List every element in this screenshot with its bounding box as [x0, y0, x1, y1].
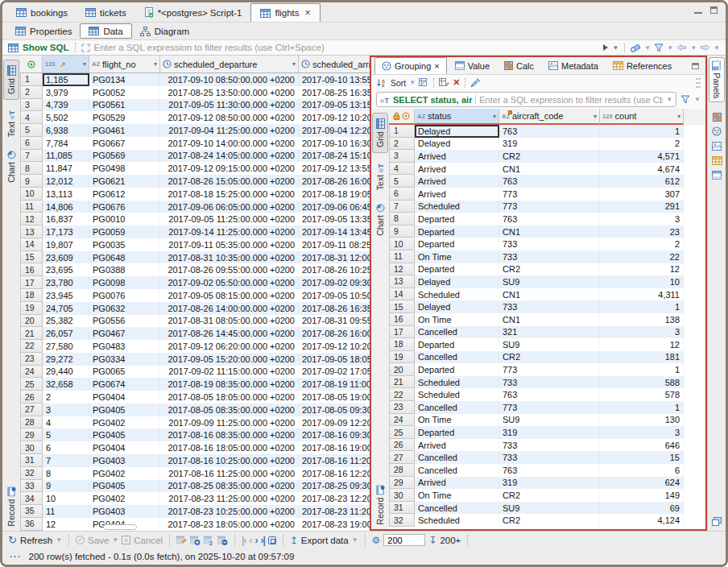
- data-cell[interactable]: 2017-08-16 19:00:00.000 +0200: [299, 441, 370, 454]
- data-cell[interactable]: CR2: [499, 150, 600, 163]
- view-tab-properties[interactable]: Properties: [7, 23, 80, 39]
- side-tab-record[interactable]: Record: [372, 485, 388, 525]
- row-number-cell[interactable]: 20: [389, 363, 415, 376]
- column-menu-icon[interactable]: ▾: [154, 60, 157, 68]
- row-number-cell[interactable]: 33: [20, 480, 43, 493]
- data-cell[interactable]: PG0569: [89, 150, 160, 163]
- data-cell[interactable]: PG0334: [89, 353, 160, 366]
- data-cell[interactable]: 2017-08-26 14:00:00.000 +0200: [160, 302, 299, 315]
- row-number-cell[interactable]: 24: [389, 414, 415, 427]
- last-row-button[interactable]: ›|: [260, 535, 264, 546]
- data-cell[interactable]: 733: [499, 439, 600, 452]
- sort-button[interactable]: Sort: [391, 78, 406, 88]
- data-cell[interactable]: 2017-08-16 10:25:00.000 +0200: [160, 454, 299, 467]
- row-number-cell[interactable]: 2: [20, 86, 43, 99]
- data-cell[interactable]: PG0402: [89, 467, 160, 480]
- side-tab-grid[interactable]: Grid: [3, 60, 19, 100]
- data-cell[interactable]: 763: [499, 125, 600, 138]
- column-header-flight-no[interactable]: AZflight_no▾: [89, 56, 160, 73]
- side-tab-text[interactable]: TextT: [3, 103, 19, 143]
- data-cell[interactable]: 2017-09-10 08:50:00.000 +0200: [160, 73, 299, 86]
- data-cell[interactable]: 2017-08-26 16:35:00.000 +0200: [299, 302, 370, 315]
- data-cell[interactable]: 3: [600, 426, 684, 439]
- fetch-size-input[interactable]: [383, 534, 425, 546]
- panels-tab[interactable]: Panels: [709, 57, 725, 102]
- data-cell[interactable]: 2017-09-05 13:35:00.000 +0200: [299, 213, 370, 226]
- panel-shortcut-metadata-icon[interactable]: [709, 139, 724, 152]
- data-cell[interactable]: 733: [499, 238, 600, 250]
- row-number-cell[interactable]: 26: [20, 391, 43, 404]
- data-cell[interactable]: PG0405: [89, 428, 160, 441]
- data-cell[interactable]: 29,440: [43, 366, 89, 379]
- data-cell[interactable]: 2017-08-23 18:05:00.000 +0200: [160, 518, 299, 531]
- restore-panel-icon[interactable]: [709, 515, 724, 528]
- panel-tab-grouping[interactable]: Grouping×: [374, 57, 447, 74]
- data-cell[interactable]: 773: [499, 363, 600, 376]
- data-cell[interactable]: 733: [499, 451, 600, 464]
- data-cell[interactable]: PG0402: [89, 492, 160, 505]
- data-cell[interactable]: Scheduled: [415, 388, 499, 401]
- row-number-cell[interactable]: 36: [20, 518, 43, 531]
- data-cell[interactable]: PG0556: [89, 315, 160, 328]
- data-cell[interactable]: 2: [600, 238, 684, 250]
- data-cell[interactable]: 2017-08-16 11:25:00.000 +0200: [160, 467, 299, 480]
- data-cell[interactable]: 2017-08-23 19:00:00.000 +0200: [299, 518, 370, 531]
- data-cell[interactable]: Arrived: [415, 175, 499, 188]
- data-cell[interactable]: 319: [499, 477, 600, 490]
- data-cell[interactable]: 3: [600, 326, 684, 339]
- data-cell[interactable]: 25,382: [43, 315, 89, 328]
- row-number-cell[interactable]: 6: [389, 188, 415, 201]
- data-cell[interactable]: Departed: [415, 226, 499, 238]
- row-number-cell[interactable]: 3: [20, 99, 43, 112]
- previous-row-button[interactable]: ‹: [249, 535, 251, 546]
- data-cell[interactable]: On Time: [415, 414, 499, 427]
- panel-tab-calc[interactable]: Calc: [498, 57, 540, 74]
- row-number-cell[interactable]: 12: [389, 263, 415, 276]
- horizontal-scrollbar[interactable]: [103, 524, 137, 530]
- editor-tab-flights[interactable]: flights×: [250, 3, 320, 22]
- data-cell[interactable]: CR2: [499, 263, 600, 276]
- data-cell[interactable]: Arrived: [415, 188, 499, 201]
- data-cell[interactable]: 17,173: [43, 226, 89, 238]
- data-cell[interactable]: 733: [499, 300, 600, 313]
- data-cell[interactable]: Scheduled: [415, 201, 499, 213]
- data-cell[interactable]: 12: [600, 263, 684, 276]
- row-number-cell[interactable]: 1: [20, 73, 43, 86]
- data-cell[interactable]: 2017-08-31 10:35:00.000 +0200: [160, 251, 299, 264]
- row-number-cell[interactable]: 31: [20, 454, 43, 467]
- row-number-cell[interactable]: 32: [20, 467, 43, 480]
- data-cell[interactable]: 2017-09-06 06:45:00.000 +0200: [299, 201, 370, 213]
- data-cell[interactable]: 763: [499, 464, 600, 477]
- row-number-cell[interactable]: 29: [20, 428, 43, 441]
- data-cell[interactable]: 26,057: [43, 327, 89, 340]
- data-cell[interactable]: 588: [600, 376, 684, 389]
- data-cell[interactable]: 2017-08-05 18:05:00.000 +0200: [160, 391, 299, 404]
- data-cell[interactable]: Cancelled: [415, 351, 499, 364]
- data-cell[interactable]: 2017-09-02 09:30:00.000 +0200: [299, 276, 370, 289]
- data-cell[interactable]: 2017-08-26 15:05:00.000 +0200: [160, 175, 299, 188]
- row-number-cell[interactable]: 26: [389, 439, 415, 452]
- data-cell[interactable]: 8: [43, 467, 89, 480]
- data-cell[interactable]: 138: [600, 313, 684, 326]
- data-cell[interactable]: 2017-09-04 12:20:00.000 +0200: [299, 124, 370, 137]
- data-cell[interactable]: 2017-08-23 11:20:00.000 +0200: [299, 505, 370, 518]
- data-cell[interactable]: 3,979: [43, 86, 89, 99]
- data-cell[interactable]: 5,502: [43, 111, 89, 124]
- row-number-cell[interactable]: 12: [20, 213, 43, 226]
- column-header-scheduled-arrival[interactable]: scheduled_arrival▾: [299, 56, 370, 73]
- data-cell[interactable]: 19,807: [43, 238, 89, 251]
- data-cell[interactable]: 2017-09-11 08:25:00.000 +0200: [299, 238, 370, 251]
- data-cell[interactable]: 763: [499, 213, 600, 226]
- data-cell[interactable]: 2017-08-31 08:05:00.000 +0200: [160, 315, 299, 328]
- data-cell[interactable]: PG0388: [89, 263, 160, 276]
- row-number-cell[interactable]: 13: [389, 275, 415, 288]
- data-cell[interactable]: 578: [600, 388, 684, 401]
- data-cell[interactable]: 2017-09-04 11:25:00.000 +0200: [160, 124, 299, 137]
- data-cell[interactable]: PG0561: [89, 99, 160, 112]
- row-number-cell[interactable]: 9: [389, 226, 415, 238]
- data-cell[interactable]: PG0059: [89, 226, 160, 238]
- data-cell[interactable]: 3: [600, 213, 684, 226]
- data-cell[interactable]: 23,945: [43, 289, 89, 302]
- data-cell[interactable]: 2017-09-05 11:30:00.000 +0200: [160, 99, 299, 112]
- data-cell[interactable]: 7: [43, 454, 89, 467]
